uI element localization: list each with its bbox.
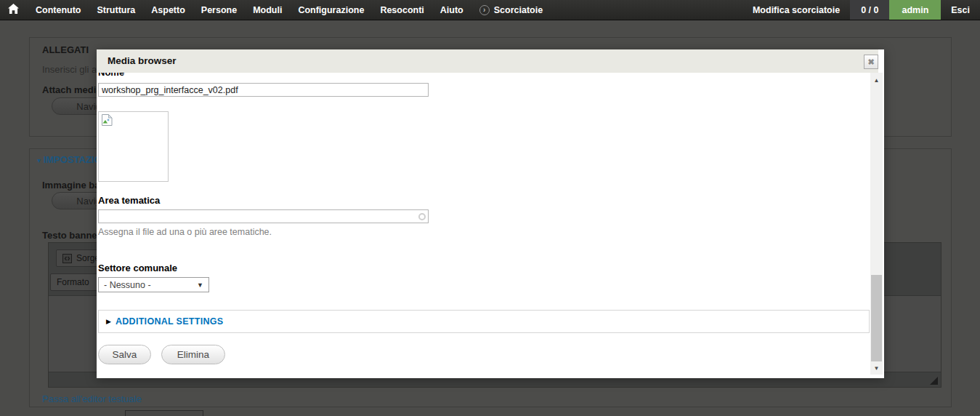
menu-label: Resoconti <box>380 5 424 15</box>
broken-image-icon <box>101 114 113 126</box>
name-input[interactable] <box>98 83 429 97</box>
modal-scrollbar[interactable]: ▲ ▼ <box>870 73 883 375</box>
delete-button-label: Elimina <box>177 349 209 360</box>
scrollbar-thumb[interactable] <box>871 275 882 361</box>
admin-toolbar: Contenuto Struttura Aspetto Persone Modu… <box>0 0 980 20</box>
menu-label: Moduli <box>253 5 282 15</box>
area-tematica-input[interactable] <box>98 209 429 223</box>
settore-selected-value: - Nessuno - <box>104 280 151 290</box>
menu-item-aspetto[interactable]: Aspetto <box>143 0 193 20</box>
dialog-title: Media browser <box>108 55 177 66</box>
menu-item-configurazione[interactable]: Configurazione <box>290 0 372 20</box>
menu-item-contenuto[interactable]: Contenuto <box>28 0 89 20</box>
settore-comunale-select[interactable]: - Nessuno - ▼ <box>98 277 209 292</box>
file-thumbnail <box>98 111 169 182</box>
menu-item-resoconti[interactable]: Resoconti <box>372 0 432 20</box>
format-dropdown[interactable]: Formato <box>50 273 98 291</box>
switch-editor-link[interactable]: Passa all'editor testuale <box>42 393 142 404</box>
delete-button[interactable]: Elimina <box>161 345 225 364</box>
menu-label: Aspetto <box>151 5 185 15</box>
testo-banner-label: Testo banner <box>42 230 101 241</box>
menu-label: Aiuto <box>440 5 463 15</box>
additional-settings-label: ADDITIONAL SETTINGS <box>116 316 224 327</box>
area-help-text: Assegna il file ad una o più aree temati… <box>98 227 272 237</box>
username-label: admin <box>902 5 928 15</box>
dialog-body: Nome * Area tematica Assegna il file ad … <box>97 73 884 378</box>
screen: Contenuto Struttura Aspetto Persone Modu… <box>0 0 980 416</box>
save-button[interactable]: Salva <box>98 345 151 364</box>
home-button[interactable] <box>0 0 28 20</box>
menu-item-aiuto[interactable]: Aiuto <box>432 0 471 20</box>
attach-media-label: Attach media <box>42 84 102 95</box>
user-menu-admin[interactable]: admin <box>889 0 941 20</box>
fieldset-allegati-legend: ALLEGATI <box>42 44 89 55</box>
close-icon[interactable]: ✖ <box>864 55 878 69</box>
menu-item-moduli[interactable]: Moduli <box>245 0 290 20</box>
toolbar-spacer <box>551 0 742 20</box>
scroll-up-icon[interactable]: ▲ <box>870 77 883 84</box>
home-icon <box>8 4 19 16</box>
collapse-arrow-icon: ▾ <box>37 156 41 164</box>
counter-badge: 0 / 0 <box>850 0 889 20</box>
scroll-down-icon[interactable]: ▼ <box>870 365 883 372</box>
name-label: Nome * <box>98 73 131 78</box>
name-label-text: Nome <box>98 73 124 78</box>
menu-item-scorciatoie[interactable]: › Scorciatoie <box>471 0 551 20</box>
logout-button[interactable]: Esci <box>941 0 980 20</box>
menu-label: Contenuto <box>36 5 81 15</box>
required-marker: * <box>127 73 131 78</box>
area-tematica-label: Area tematica <box>98 195 160 206</box>
save-button-label: Salva <box>113 349 137 360</box>
menu-label: Struttura <box>97 5 135 15</box>
shortcut-circle-icon: › <box>479 5 490 15</box>
logout-label: Esci <box>951 5 970 15</box>
resize-handle-icon[interactable] <box>930 377 938 385</box>
counter-value: 0 / 0 <box>861 5 878 15</box>
clipped-control[interactable] <box>125 410 203 416</box>
dialog-titlebar[interactable]: Media browser <box>97 49 878 73</box>
menu-item-struttura[interactable]: Struttura <box>89 0 143 20</box>
menu-item-persone[interactable]: Persone <box>193 0 245 20</box>
chevron-right-icon: ▶ <box>106 318 111 325</box>
toolbar-right: Modifica scorciatoie 0 / 0 admin Esci <box>742 0 980 20</box>
close-glyph: ✖ <box>867 57 874 67</box>
menu-label: Persone <box>201 5 237 15</box>
edit-shortcuts-button[interactable]: Modifica scorciatoie <box>742 0 850 20</box>
settore-comunale-label: Settore comunale <box>98 263 177 273</box>
menu-label: Configurazione <box>298 5 364 15</box>
menu-label: Scorciatoie <box>494 5 543 15</box>
format-dropdown-label: Formato <box>57 277 89 287</box>
additional-settings-toggle[interactable]: ▶ ADDITIONAL SETTINGS <box>98 310 870 333</box>
edit-shortcuts-label: Modifica scorciatoie <box>753 5 840 15</box>
media-browser-dialog: Media browser ✖ Nome * Area tematica Ass… <box>97 49 884 378</box>
autocomplete-circle-icon <box>418 213 426 220</box>
source-icon <box>62 254 72 263</box>
switch-editor-link-label: Passa all'editor testuale <box>42 393 142 404</box>
chevron-down-icon: ▼ <box>197 281 203 289</box>
